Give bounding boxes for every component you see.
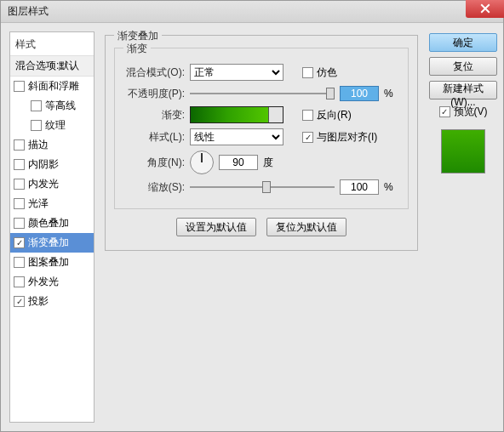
percent-unit: % bbox=[384, 181, 399, 193]
style-row: 样式(L): 线性 ✓ 与图层对齐(I) bbox=[123, 128, 399, 145]
style-item[interactable]: 图案叠加 bbox=[10, 253, 94, 272]
style-item-label: 内阴影 bbox=[28, 157, 59, 172]
style-item[interactable]: ✓投影 bbox=[10, 292, 94, 311]
close-button[interactable] bbox=[466, 0, 504, 18]
style-item[interactable]: 斜面和浮雕 bbox=[10, 77, 94, 96]
style-item[interactable]: 颜色叠加 bbox=[10, 213, 94, 233]
gradient-inner-group: 渐变 混合模式(O): 正常 仿色 不透明度(P): bbox=[114, 48, 409, 209]
checkbox-icon bbox=[14, 276, 25, 287]
ok-button[interactable]: 确定 bbox=[429, 33, 497, 52]
style-item[interactable]: 内阴影 bbox=[10, 155, 94, 174]
new-style-button[interactable]: 新建样式(W)... bbox=[429, 81, 497, 99]
style-item-label: 斜面和浮雕 bbox=[28, 79, 79, 94]
scale-slider[interactable] bbox=[190, 180, 335, 194]
dialog-body: 样式 混合选项:默认 斜面和浮雕等高线纹理描边内阴影内发光光泽颜色叠加✓渐变叠加… bbox=[1, 23, 503, 431]
preview-checkbox[interactable]: ✓ 预览(V) bbox=[439, 105, 488, 119]
style-select[interactable]: 线性 bbox=[190, 128, 284, 145]
style-item-label: 渐变叠加 bbox=[28, 236, 69, 250]
blend-mode-row: 混合模式(O): 正常 仿色 bbox=[123, 64, 399, 81]
cancel-button[interactable]: 复位 bbox=[429, 57, 497, 76]
gradient-label: 渐变: bbox=[123, 108, 185, 122]
style-item-label: 纹理 bbox=[45, 118, 66, 133]
scale-value[interactable]: 100 bbox=[340, 179, 379, 195]
gradient-row: 渐变: 反向(R) bbox=[123, 106, 399, 123]
checkbox-icon bbox=[14, 179, 25, 190]
checkbox-icon bbox=[31, 120, 42, 131]
reset-default-button[interactable]: 复位为默认值 bbox=[266, 218, 346, 236]
style-item[interactable]: 描边 bbox=[10, 135, 94, 155]
checkbox-icon: ✓ bbox=[14, 237, 25, 248]
reverse-label: 反向(R) bbox=[317, 108, 352, 122]
style-item-label: 光泽 bbox=[28, 196, 49, 211]
scale-row: 缩放(S): 100 % bbox=[123, 179, 399, 195]
blend-mode-label: 混合模式(O): bbox=[123, 65, 185, 80]
dither-label: 仿色 bbox=[317, 65, 337, 80]
degree-unit: 度 bbox=[263, 156, 278, 170]
style-item[interactable]: 内发光 bbox=[10, 174, 94, 194]
style-item-label: 投影 bbox=[28, 294, 49, 309]
percent-unit: % bbox=[384, 88, 399, 99]
blend-options-row[interactable]: 混合选项:默认 bbox=[10, 55, 94, 77]
checkbox-icon bbox=[302, 110, 313, 121]
style-item-label: 等高线 bbox=[45, 99, 76, 113]
angle-value[interactable]: 90 bbox=[219, 155, 258, 170]
opacity-label: 不透明度(P): bbox=[123, 87, 185, 101]
chevron-down-icon bbox=[272, 113, 279, 117]
checkbox-icon bbox=[14, 218, 25, 229]
gradient-picker[interactable] bbox=[190, 106, 284, 123]
style-item[interactable]: ✓渐变叠加 bbox=[10, 233, 94, 253]
angle-row: 角度(N): 90 度 bbox=[123, 151, 399, 174]
style-item-label: 内发光 bbox=[28, 177, 59, 191]
scale-label: 缩放(S): bbox=[123, 180, 185, 195]
opacity-slider[interactable] bbox=[190, 87, 335, 100]
gradient-overlay-group: 渐变叠加 渐变 混合模式(O): 正常 仿色 不透明度(P): bbox=[105, 35, 418, 251]
style-item-label: 描边 bbox=[28, 138, 49, 152]
checkbox-icon: ✓ bbox=[302, 132, 313, 143]
checkbox-icon bbox=[31, 100, 42, 111]
checkbox-icon bbox=[14, 139, 25, 151]
align-checkbox[interactable]: ✓ 与图层对齐(I) bbox=[302, 130, 377, 145]
styles-list-panel: 样式 混合选项:默认 斜面和浮雕等高线纹理描边内阴影内发光光泽颜色叠加✓渐变叠加… bbox=[9, 31, 94, 423]
defaults-row: 设置为默认值 复位为默认值 bbox=[114, 218, 409, 236]
align-label: 与图层对齐(I) bbox=[317, 130, 377, 145]
blend-mode-select[interactable]: 正常 bbox=[190, 64, 284, 81]
preview-label: 预览(V) bbox=[454, 105, 488, 119]
reverse-checkbox[interactable]: 反向(R) bbox=[302, 108, 352, 122]
styles-header: 样式 bbox=[10, 34, 94, 55]
style-item[interactable]: 等高线 bbox=[10, 96, 94, 116]
close-icon bbox=[480, 3, 490, 14]
inner-group-title: 渐变 bbox=[123, 42, 151, 56]
layer-style-dialog: 图层样式 样式 混合选项:默认 斜面和浮雕等高线纹理描边内阴影内发光光泽颜色叠加… bbox=[0, 0, 504, 432]
style-label: 样式(L): bbox=[123, 130, 185, 145]
preview-swatch bbox=[441, 129, 485, 173]
checkbox-icon bbox=[14, 159, 25, 170]
checkbox-icon bbox=[14, 81, 25, 92]
action-panel: 确定 复位 新建样式(W)... ✓ 预览(V) bbox=[428, 31, 498, 423]
dialog-title: 图层样式 bbox=[8, 5, 49, 17]
settings-panel: 渐变叠加 渐变 混合模式(O): 正常 仿色 不透明度(P): bbox=[101, 31, 421, 423]
titlebar[interactable]: 图层样式 bbox=[1, 1, 503, 23]
angle-dial[interactable] bbox=[190, 151, 214, 174]
set-default-button[interactable]: 设置为默认值 bbox=[176, 218, 256, 236]
style-item-label: 图案叠加 bbox=[28, 255, 69, 270]
angle-label: 角度(N): bbox=[123, 156, 185, 170]
styles-list: 斜面和浮雕等高线纹理描边内阴影内发光光泽颜色叠加✓渐变叠加图案叠加外发光✓投影 bbox=[10, 77, 94, 311]
checkbox-icon bbox=[302, 67, 313, 78]
checkbox-icon bbox=[14, 257, 25, 268]
opacity-value[interactable]: 100 bbox=[340, 86, 379, 101]
checkbox-icon: ✓ bbox=[14, 296, 25, 307]
style-item-label: 颜色叠加 bbox=[28, 216, 69, 230]
checkbox-icon: ✓ bbox=[439, 106, 450, 117]
checkbox-icon bbox=[14, 198, 25, 209]
style-item[interactable]: 纹理 bbox=[10, 116, 94, 135]
style-item[interactable]: 外发光 bbox=[10, 272, 94, 292]
style-item[interactable]: 光泽 bbox=[10, 194, 94, 213]
dither-checkbox[interactable]: 仿色 bbox=[302, 65, 337, 80]
style-item-label: 外发光 bbox=[28, 275, 59, 289]
opacity-row: 不透明度(P): 100 % bbox=[123, 86, 399, 101]
